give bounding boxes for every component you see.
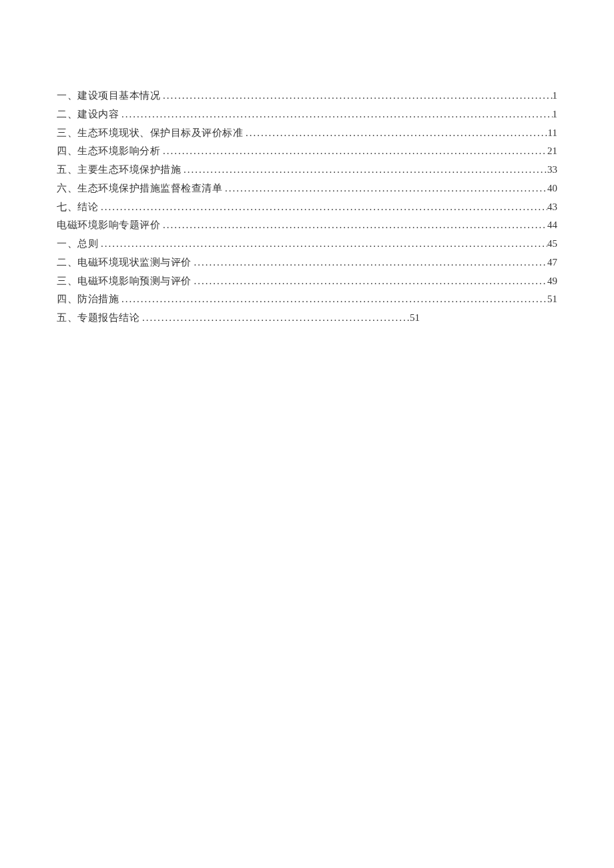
toc-title: 电磁环境影响专题评价 [57, 216, 160, 235]
toc-page-number: 11 [548, 124, 557, 143]
toc-title: 六、生态环境保护措施监督检查清单 [57, 179, 222, 198]
toc-title: 二、建设内容 [57, 105, 119, 124]
toc-entry: 一、总则 45 [57, 235, 557, 254]
toc-page-number: 21 [547, 142, 557, 161]
toc-entry: 五、专题报告结论 51 [57, 309, 557, 328]
toc-title: 二、电磁环境现状监测与评价 [57, 254, 192, 272]
toc-page-number: 51 [547, 290, 557, 309]
toc-entry: 二、建设内容 1 [57, 105, 557, 124]
toc-leader-dots [222, 179, 547, 198]
toc-page-number: 51 [410, 309, 420, 328]
toc-title: 四、生态环境影响分析 [57, 142, 160, 161]
toc-entry: 电磁环境影响专题评价 44 [57, 216, 557, 235]
toc-page-number: 44 [547, 216, 557, 235]
toc-title: 七、结论 [57, 198, 98, 217]
toc-leader-dots [119, 105, 553, 124]
toc-entry: 六、生态环境保护措施监督检查清单 40 [57, 179, 557, 198]
toc-title: 一、总则 [57, 235, 98, 254]
toc-entry: 五、主要生态环境保护措施 33 [57, 161, 557, 179]
toc-leader-dots [160, 216, 547, 235]
toc-entry: 三、电磁环境影响预测与评价 49 [57, 272, 557, 291]
table-of-contents: 一、建设项目基本情况 1 二、建设内容 1 三、生态环境现状、保护目标及评价标准… [57, 87, 557, 328]
toc-entry: 四、生态环境影响分析 21 [57, 142, 557, 161]
toc-leader-dots [139, 309, 410, 328]
toc-entry: 七、结论 43 [57, 198, 557, 217]
toc-leader-dots [192, 254, 548, 272]
toc-leader-dots [98, 198, 547, 217]
toc-leader-dots [243, 124, 548, 143]
toc-leader-dots [119, 290, 547, 309]
toc-page-number: 49 [547, 272, 557, 291]
toc-title: 三、生态环境现状、保护目标及评价标准 [57, 124, 243, 143]
toc-leader-dots [192, 272, 548, 291]
toc-entry: 三、生态环境现状、保护目标及评价标准 11 [57, 124, 557, 143]
toc-page-number: 43 [547, 198, 557, 217]
toc-page-number: 1 [553, 105, 558, 124]
toc-page-number: 33 [547, 161, 557, 179]
toc-entry: 四、防治措施 51 [57, 290, 557, 309]
toc-page-number: 40 [547, 179, 557, 198]
toc-title: 一、建设项目基本情况 [57, 87, 160, 105]
toc-leader-dots [98, 235, 547, 254]
toc-page-number: 1 [553, 87, 558, 105]
toc-leader-dots [181, 161, 547, 179]
toc-leader-dots [160, 87, 553, 105]
toc-title: 五、主要生态环境保护措施 [57, 161, 181, 179]
toc-entry: 一、建设项目基本情况 1 [57, 87, 557, 105]
toc-page-number: 45 [547, 235, 557, 254]
toc-title: 三、电磁环境影响预测与评价 [57, 272, 192, 291]
toc-entry: 二、电磁环境现状监测与评价 47 [57, 254, 557, 272]
toc-leader-dots [160, 142, 547, 161]
toc-title: 四、防治措施 [57, 290, 119, 309]
toc-title: 五、专题报告结论 [57, 309, 139, 328]
toc-page-number: 47 [547, 254, 557, 272]
